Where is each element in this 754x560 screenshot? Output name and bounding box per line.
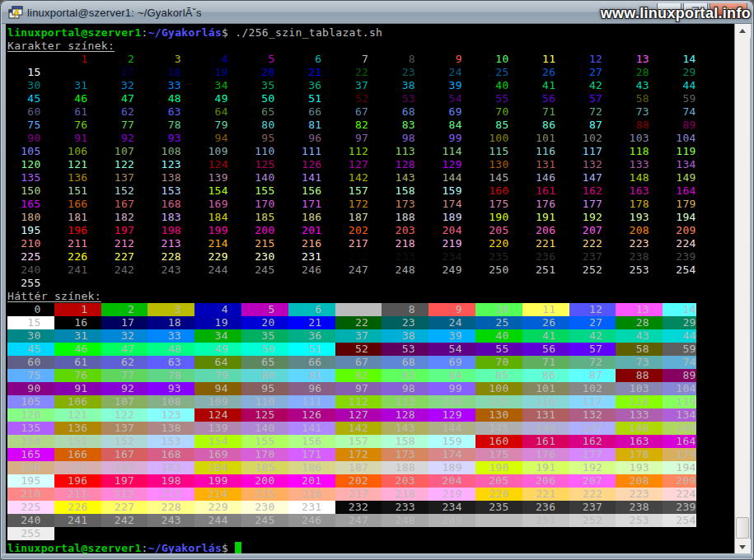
fg-color-cell: 215: [241, 237, 288, 250]
fg-color-cell: 21: [288, 66, 335, 79]
title-bar[interactable]: linuxportal@szerver1: ~/GyakorlÃˇs — ❐ ✕…: [2, 2, 752, 24]
bg-color-cell: 255: [7, 527, 54, 540]
fg-color-row: 90919293949596979899100101102103104: [7, 132, 734, 145]
fg-color-cell: 218: [382, 237, 429, 250]
fg-color-cell: 222: [569, 237, 616, 250]
fg-color-cell: 125: [241, 158, 288, 171]
fg-color-cell: 84: [429, 119, 475, 132]
bg-color-cell: 127: [335, 408, 382, 422]
fg-color-cell: 191: [522, 211, 569, 224]
bg-color-cell: 188: [382, 461, 429, 474]
prompt-path: ~/Gyakorlás: [148, 26, 222, 39]
bg-color-cell: 70: [475, 356, 522, 369]
bg-color-cell: 147: [569, 422, 616, 435]
fg-color-cell: 183: [148, 211, 194, 224]
fg-color-cell: 74: [663, 105, 696, 119]
fg-color-cell: 117: [569, 145, 616, 158]
fg-color-cell: 38: [382, 79, 429, 92]
fg-color-cell: 14: [663, 53, 696, 66]
bg-color-cell: 120: [7, 408, 54, 422]
terminal-screen[interactable]: linuxportal@szerver1:~/Gyakorlás$ ./256_…: [6, 24, 734, 553]
fg-color-cell: 231: [288, 250, 335, 264]
bg-color-cell: 169: [194, 448, 241, 461]
bg-color-cell: 219: [429, 488, 475, 501]
bg-color-cell: 151: [54, 435, 101, 448]
bg-color-cell: 173: [382, 448, 429, 461]
bg-color-cell: 124: [194, 408, 241, 422]
bg-color-cell: 181: [54, 461, 101, 474]
bg-color-cell: 107: [101, 395, 148, 408]
bg-color-cell: 95: [241, 382, 288, 395]
bg-color-cell: 135: [7, 422, 54, 435]
bg-color-cell: 104: [663, 382, 696, 395]
fg-color-cell: 146: [522, 171, 569, 184]
fg-color-cell: 27: [569, 66, 616, 79]
fg-color-cell: 66: [288, 105, 335, 119]
command-text: ./256_szin_tablazat.sh: [228, 26, 382, 39]
fg-color-cell: 43: [616, 79, 663, 92]
fg-color-cell: 162: [569, 184, 616, 198]
fg-color-cell: 7: [335, 53, 382, 66]
bg-color-cell: 63: [148, 356, 194, 369]
prompt-user-host: linuxportal@szerver1: [7, 26, 142, 39]
fg-color-cell: 225: [7, 250, 54, 264]
fg-color-cell: 35: [241, 79, 288, 92]
fg-color-cell: 87: [569, 119, 616, 132]
bg-color-cell: 56: [522, 343, 569, 356]
bg-color-row: 1951961971981992002012022032042052062072…: [7, 474, 734, 488]
fg-color-cell: 110: [241, 145, 288, 158]
fg-color-cell: 96: [288, 132, 335, 145]
scroll-up-button[interactable]: [735, 24, 751, 38]
fg-color-cell: 18: [148, 66, 194, 79]
bg-color-cell: 84: [429, 369, 475, 382]
fg-color-row: 1951961971981992002012022032042052062072…: [7, 224, 734, 237]
bg-color-cell: 9: [429, 303, 475, 316]
fg-color-cell: 247: [335, 264, 382, 277]
bg-color-cell: 145: [475, 422, 522, 435]
fg-color-cell: 34: [194, 79, 241, 92]
scrollbar[interactable]: [734, 24, 750, 553]
fg-color-cell: 137: [101, 171, 148, 184]
bg-color-cell: 220: [475, 488, 522, 501]
bg-color-cell: 40: [475, 329, 522, 343]
command-line: linuxportal@szerver1:~/Gyakorlás$ ./256_…: [7, 26, 734, 40]
fg-color-cell: 8: [382, 53, 429, 66]
fg-color-cell: 86: [522, 119, 569, 132]
bg-color-row: 606162636465666768697071727374: [7, 356, 734, 369]
bg-color-cell: 253: [616, 514, 663, 527]
scroll-down-button[interactable]: [735, 539, 751, 553]
fg-color-cell: 39: [429, 79, 475, 92]
bg-color-cell: 7: [335, 303, 382, 316]
bg-color-cell: 170: [241, 448, 288, 461]
bg-color-cell: 206: [522, 474, 569, 488]
fg-color-cell: 144: [429, 171, 475, 184]
fg-color-row: 606162636465666768697071727374: [7, 105, 734, 119]
fg-color-cell: 204: [429, 224, 475, 237]
fg-color-cell: 188: [382, 211, 429, 224]
bg-color-cell: 149: [663, 422, 696, 435]
fg-color-cell: 77: [101, 119, 148, 132]
bg-color-cell: 246: [288, 514, 335, 527]
terminal-cursor: [235, 542, 241, 553]
bg-color-cell: 228: [148, 501, 194, 514]
fg-color-cell: 47: [101, 92, 148, 105]
fg-color-cell: 65: [241, 105, 288, 119]
bg-color-cell: 196: [54, 474, 101, 488]
bg-color-cell: 101: [522, 382, 569, 395]
bg-color-cell: 189: [429, 461, 475, 474]
fg-color-cell: 60: [7, 105, 54, 119]
fg-color-cell: 214: [194, 237, 241, 250]
fg-color-cell: 127: [335, 158, 382, 171]
fg-color-cell: 194: [663, 211, 696, 224]
bg-color-cell: 176: [522, 448, 569, 461]
bg-color-cell: 54: [429, 343, 475, 356]
scroll-thumb[interactable]: [736, 517, 749, 539]
fg-color-cell: 243: [148, 264, 194, 277]
bg-color-cell: 58: [616, 343, 663, 356]
fg-color-cell: 2: [101, 53, 148, 66]
bg-color-cell: 18: [148, 316, 194, 329]
bg-color-cell: 162: [569, 435, 616, 448]
fg-color-cell: 175: [475, 198, 522, 211]
fg-color-cell: 20: [241, 66, 288, 79]
bg-color-cell: 254: [663, 514, 696, 527]
